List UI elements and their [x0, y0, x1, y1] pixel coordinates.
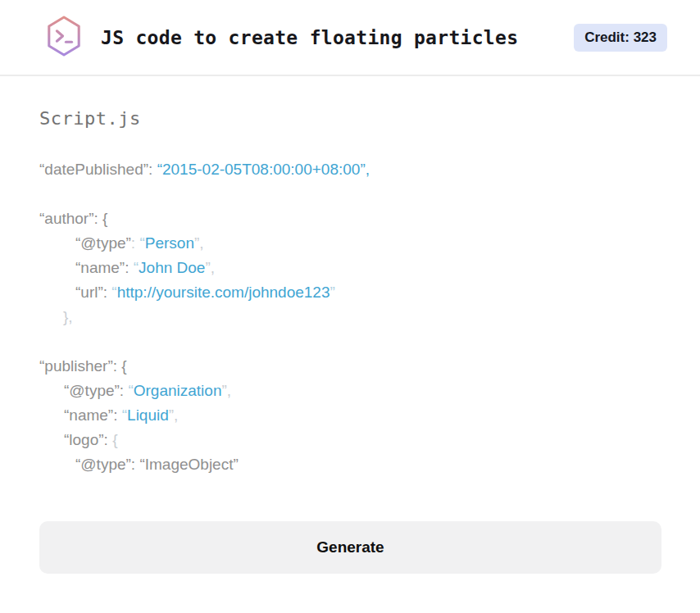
- code-token: {: [112, 431, 117, 448]
- code-token: :: [113, 406, 122, 424]
- code-blank-line: [39, 329, 661, 354]
- filename-label: Script.js: [39, 108, 661, 129]
- code-line: “@type”: “Person”,: [39, 231, 661, 256]
- code-token: “datePublished”: [39, 161, 148, 178]
- credit-badge: Credit: 323: [574, 24, 667, 52]
- code-line: “author”: {: [39, 207, 661, 231]
- generate-button[interactable]: Generate: [39, 521, 661, 574]
- code-token: : {: [94, 210, 108, 227]
- code-token: ”,: [205, 259, 215, 276]
- code-token: :: [125, 259, 134, 276]
- terminal-prompt-hexagon-icon: [45, 15, 83, 61]
- code-token: ”,: [221, 382, 231, 399]
- code-token: Person: [145, 234, 194, 252]
- code-token: :: [131, 234, 140, 252]
- code-line: “@type”: “ImageObject”: [39, 452, 661, 477]
- code-token: “url”: [75, 284, 103, 301]
- code-token: http://yoursite.com/johndoe123: [117, 284, 330, 301]
- code-line: },: [39, 305, 661, 329]
- code-token: “@type”: “ImageObject”: [75, 456, 239, 473]
- code-token: “author”: [39, 210, 94, 227]
- code-token: John Doe: [139, 259, 205, 276]
- code-token: ”: [330, 284, 335, 301]
- page-title: JS code to create floating particles: [101, 27, 518, 48]
- code-line: “logo”: {: [39, 428, 661, 452]
- code-token: “name”: [75, 259, 125, 276]
- code-token: “@type”: [64, 382, 120, 399]
- code-line: “name”: “John Doe”,: [39, 256, 661, 280]
- code-line: “datePublished”: “2015-02-05T08:00:00+08…: [39, 157, 661, 182]
- header: JS code to create floating particles Cre…: [0, 0, 700, 76]
- code-token: “logo”: [64, 431, 104, 448]
- code-line: “publisher”: {: [39, 354, 661, 379]
- code-token: Liquid: [127, 406, 169, 424]
- code-token: “2015-02-05T08:00:00+08:00”,: [157, 161, 370, 178]
- code-token: :: [120, 382, 129, 399]
- code-line: “name”: “Liquid”,: [39, 403, 661, 428]
- code-token: :: [104, 431, 113, 448]
- code-token: ”,: [194, 234, 204, 252]
- main-content: Script.js “datePublished”: “2015-02-05T0…: [0, 76, 700, 574]
- code-token: “publisher”: [39, 357, 113, 375]
- code-token: Organization: [134, 382, 222, 399]
- code-token: },: [63, 308, 73, 325]
- code-blank-line: [39, 182, 661, 207]
- code-line: “url”: “http://yoursite.com/johndoe123”: [39, 280, 661, 305]
- app-logo: [45, 16, 83, 59]
- code-token: “name”: [64, 406, 113, 424]
- code-line: “@type”: “Organization”,: [39, 379, 661, 403]
- code-token: :: [148, 161, 157, 178]
- code-token: :: [103, 284, 112, 301]
- code-block: “datePublished”: “2015-02-05T08:00:00+08…: [39, 157, 661, 477]
- code-token: ”,: [169, 406, 179, 424]
- code-token: : {: [113, 357, 127, 375]
- code-token: “@type”: [75, 234, 131, 252]
